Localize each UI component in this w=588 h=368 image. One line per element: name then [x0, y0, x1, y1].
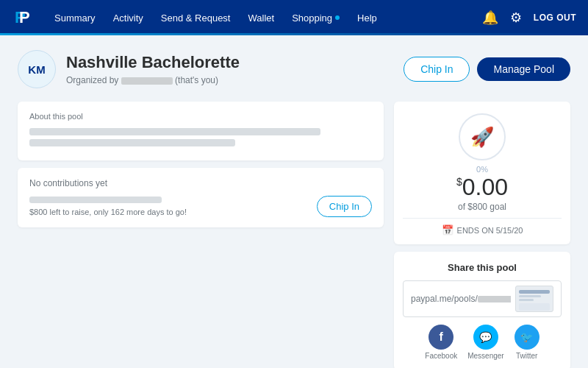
pool-title-block: Nashville Bachelorette Organized by (tha…	[66, 53, 404, 85]
pool-subtitle: Organized by (that's you)	[66, 75, 404, 85]
goal-of-text: of $800 goal	[458, 202, 506, 212]
nav-links: Summary Activity Send & Request Wallet S…	[47, 8, 482, 28]
nav-summary[interactable]: Summary	[47, 8, 103, 28]
contribution-row: $800 left to raise, only 162 more days t…	[29, 196, 372, 217]
goal-card: 🚀 0% $ 0.00 of $800 goal 📅 ENDS ON 5/15/…	[394, 102, 570, 244]
about-line-2	[29, 139, 235, 146]
goal-amount-row: $ 0.00	[456, 175, 508, 199]
share-link-text: paypal.me/pools/	[411, 294, 511, 304]
nav-right: 🔔 ⚙ LOG OUT	[482, 10, 576, 26]
share-card: Share this pool paypal.me/pools/	[394, 252, 570, 368]
facebook-share-button[interactable]: f Facebook	[425, 325, 457, 360]
about-card: About this pool	[18, 102, 384, 160]
paypal-logo: P P	[12, 7, 32, 28]
svg-text:P: P	[19, 8, 30, 26]
manage-pool-button[interactable]: Manage Pool	[477, 57, 570, 81]
no-contributions-label: No contributions yet	[29, 178, 372, 188]
pool-header: KM Nashville Bachelorette Organized by (…	[18, 50, 570, 88]
facebook-icon: f	[429, 325, 453, 350]
settings-button[interactable]: ⚙	[510, 10, 522, 26]
goal-dollar-sign: $	[456, 177, 462, 187]
main-content: KM Nashville Bachelorette Organized by (…	[0, 35, 588, 368]
messenger-share-button[interactable]: 💬 Messenger	[467, 325, 503, 360]
rocket-icon: 🚀	[470, 126, 494, 149]
organizer-name-blurred	[121, 77, 173, 85]
right-column: 🚀 0% $ 0.00 of $800 goal 📅 ENDS ON 5/15/…	[394, 102, 570, 368]
rocket-icon-circle: 🚀	[459, 113, 506, 160]
pool-title: Nashville Bachelorette	[66, 53, 404, 72]
goal-divider	[403, 218, 562, 219]
twitter-label: Twitter	[516, 352, 537, 360]
share-link-box[interactable]: paypal.me/pools/	[403, 280, 562, 317]
nav-send-request[interactable]: Send & Request	[154, 8, 238, 28]
calendar-icon: 📅	[442, 224, 453, 236]
avatar: KM	[18, 50, 56, 88]
left-column: About this pool No contributions yet $80…	[18, 102, 384, 368]
bell-icon: 🔔	[482, 10, 498, 26]
share-title: Share this pool	[403, 262, 562, 273]
content-columns: About this pool No contributions yet $80…	[18, 102, 570, 368]
social-icons: f Facebook 💬 Messenger 🐦	[403, 325, 562, 360]
twitter-icon: 🐦	[514, 325, 539, 350]
chip-in-button-header[interactable]: Chip In	[404, 57, 470, 82]
gear-icon: ⚙	[510, 10, 522, 26]
contributions-card: No contributions yet $800 left to raise,…	[18, 168, 384, 227]
twitter-share-button[interactable]: 🐦 Twitter	[514, 325, 539, 360]
pool-actions: Chip In Manage Pool	[404, 57, 570, 82]
chip-in-button-card[interactable]: Chip In	[317, 196, 372, 217]
logout-button[interactable]: LOG OUT	[534, 13, 576, 23]
contribution-remaining-text: $800 left to raise, only 162 more days t…	[29, 208, 317, 216]
about-line-1	[29, 128, 320, 135]
goal-amount: 0.00	[462, 175, 508, 199]
messenger-icon: 💬	[473, 325, 498, 350]
share-url-blurred	[478, 296, 511, 302]
nav-shopping[interactable]: Shopping	[284, 8, 347, 28]
share-preview-thumbnail	[515, 286, 553, 312]
nav-help[interactable]: Help	[350, 8, 384, 28]
notifications-button[interactable]: 🔔	[482, 10, 498, 26]
contribution-blurred-bar	[29, 197, 162, 203]
navbar: P P Summary Activity Send & Request Wall…	[0, 0, 588, 35]
ends-row: 📅 ENDS ON 5/15/20	[442, 224, 523, 236]
goal-percent: 0%	[476, 165, 488, 174]
nav-activity[interactable]: Activity	[106, 8, 151, 28]
messenger-label: Messenger	[467, 352, 503, 360]
nav-wallet[interactable]: Wallet	[240, 8, 282, 28]
about-label: About this pool	[29, 112, 372, 121]
contribution-left: $800 left to raise, only 162 more days t…	[29, 197, 317, 216]
ends-label: ENDS ON 5/15/20	[457, 226, 523, 235]
facebook-label: Facebook	[425, 352, 457, 360]
